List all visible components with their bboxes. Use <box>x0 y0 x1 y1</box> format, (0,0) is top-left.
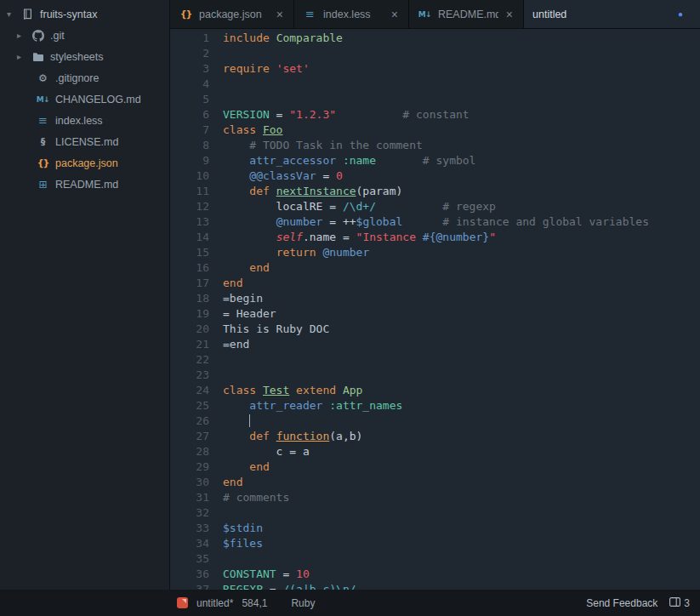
line-text[interactable]: This is Ruby DOC <box>223 322 329 337</box>
code-line: 33$stdin <box>170 521 700 536</box>
line-text[interactable]: attr_reader :attr_names <box>223 398 402 414</box>
line-text[interactable]: VERSION = "1.2.3" # constant <box>223 107 470 123</box>
tab-readme-md[interactable]: M↓README.md× <box>409 0 524 28</box>
tab-index-less[interactable]: ≡index.less× <box>294 0 409 28</box>
code-token: function <box>276 430 330 442</box>
tab-untitled[interactable]: untitled● <box>524 0 700 28</box>
line-text[interactable]: self.name = "Instance #{@number}" <box>223 230 496 245</box>
line-number: 24 <box>170 383 209 398</box>
code-token <box>223 139 249 151</box>
github-panel-toggle[interactable]: 3 <box>669 597 690 609</box>
close-icon[interactable]: × <box>390 9 400 20</box>
line-text[interactable]: attr_accessor :name # symbol <box>223 153 475 168</box>
send-feedback-button[interactable]: Send Feedback <box>586 597 657 609</box>
tree-item-changelog-md[interactable]: M↓CHANGELOG.md <box>0 88 169 110</box>
json-icon: {} <box>36 157 50 168</box>
red-status-icon[interactable] <box>177 597 188 608</box>
line-text[interactable]: class Test extend App <box>223 383 362 398</box>
line-number: 16 <box>170 260 209 276</box>
line-text[interactable]: end <box>223 459 270 475</box>
line-text[interactable]: c = a <box>223 444 310 459</box>
code-lines: 1include Comparable23require 'set'456VER… <box>170 31 700 590</box>
tree-item-label: .git <box>50 30 65 42</box>
line-text[interactable]: class Foo <box>223 123 282 138</box>
code-token <box>270 185 276 197</box>
line-text[interactable]: $stdin <box>223 521 263 536</box>
code-token <box>270 31 276 44</box>
close-icon[interactable]: × <box>275 9 285 20</box>
code-token <box>223 460 249 473</box>
code-token: = Header <box>223 307 276 320</box>
code-token: =end <box>223 338 249 351</box>
line-text[interactable]: @@classVar = 0 <box>223 168 343 184</box>
json-icon: {} <box>179 9 193 20</box>
line-number: 6 <box>170 107 209 123</box>
line-text[interactable]: # TODO Task in the comment <box>223 138 423 153</box>
line-text[interactable]: =end <box>223 337 249 352</box>
tree-item-label: stylesheets <box>50 51 104 63</box>
code-token: = <box>316 169 336 182</box>
tree-item-index-less[interactable]: ≡index.less <box>0 110 169 131</box>
line-number: 22 <box>170 352 209 368</box>
code-line: 23 <box>170 368 700 383</box>
line-text[interactable]: localRE = /\d+/ # regexp <box>223 199 496 214</box>
line-text[interactable]: CONSTANT = 10 <box>223 567 310 582</box>
code-line: 34$files <box>170 536 700 551</box>
tree-item-gitignore[interactable]: ⚙.gitignore <box>0 67 169 88</box>
code-line: 9 attr_accessor :name # symbol <box>170 153 700 168</box>
line-text[interactable]: require 'set' <box>223 61 310 77</box>
code-token: /\d+/ <box>343 200 376 213</box>
editor-pane[interactable]: 1include Comparable23require 'set'456VER… <box>170 29 700 590</box>
code-token: def <box>249 430 269 442</box>
line-text[interactable]: # comments <box>223 490 289 505</box>
tree-item-license-md[interactable]: §LICENSE.md <box>0 131 169 152</box>
code-token <box>376 200 442 213</box>
code-token: Test <box>263 384 289 396</box>
tab-package-json[interactable]: {}package.json× <box>170 0 294 28</box>
line-number: 29 <box>170 459 209 475</box>
tree-item-label: LICENSE.md <box>55 136 118 148</box>
line-number: 28 <box>170 444 209 459</box>
project-root[interactable]: ▾ fruits-syntax <box>0 3 169 25</box>
line-text[interactable]: $files <box>223 536 263 551</box>
code-line: 28 c = a <box>170 444 700 459</box>
code-token: # comments <box>223 491 289 504</box>
line-text[interactable]: REGEXP = /(a|b c)\n/ <box>223 582 356 590</box>
line-text[interactable]: def nextInstance(param) <box>223 184 402 199</box>
tree-item-package-json[interactable]: {}package.json <box>0 152 169 174</box>
code-token: extend <box>296 384 336 396</box>
cursor-position[interactable]: 584,1 <box>242 597 267 609</box>
tree-item-stylesheets[interactable]: ▸stylesheets <box>0 46 169 67</box>
code-token: (param) <box>356 185 403 197</box>
code-token <box>223 215 276 228</box>
line-text[interactable]: = Header <box>223 306 276 322</box>
tree-item-readme-md[interactable]: ⊞README.md <box>0 174 169 195</box>
line-text[interactable]: return @number <box>223 245 369 260</box>
line-text[interactable]: =begin <box>223 291 263 306</box>
line-text[interactable]: def function(a,b) <box>223 429 362 444</box>
code-token: 0 <box>336 169 343 182</box>
line-number: 31 <box>170 490 209 505</box>
line-text[interactable]: end <box>223 260 270 276</box>
tree-item-git[interactable]: ▸.git <box>0 25 169 46</box>
code-line: 24class Test extend App <box>170 383 700 398</box>
grammar-selector[interactable]: Ruby <box>291 597 315 609</box>
line-number: 12 <box>170 199 209 214</box>
code-token <box>223 246 276 259</box>
code-token: 'set' <box>276 62 310 75</box>
line-text[interactable]: include Comparable <box>223 31 343 46</box>
line-number: 35 <box>170 551 209 567</box>
code-token: App <box>343 384 362 396</box>
code-line: 17end <box>170 276 700 291</box>
line-text[interactable]: @number = ++$global # instance and globa… <box>223 214 649 230</box>
line-text[interactable] <box>223 414 250 429</box>
code-line: 31# comments <box>170 490 700 505</box>
line-text[interactable]: end <box>223 276 242 291</box>
editor-column: {}package.json×≡index.less×M↓README.md×u… <box>170 0 700 590</box>
code-token: @number <box>322 246 369 259</box>
code-token <box>256 384 263 396</box>
code-line: 12 localRE = /\d+/ # regexp <box>170 199 700 214</box>
close-icon[interactable]: × <box>504 9 515 20</box>
less-icon: ≡ <box>36 114 50 127</box>
line-text[interactable]: end <box>223 475 242 490</box>
